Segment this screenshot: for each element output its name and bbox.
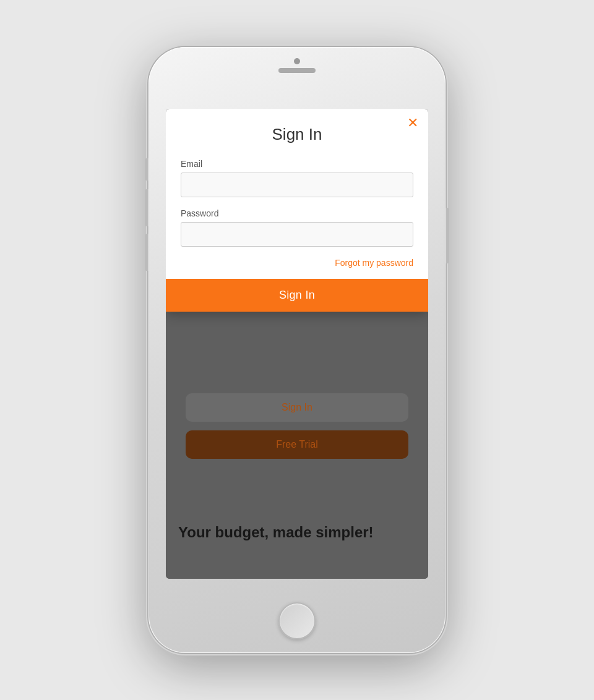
email-label: Email [181,159,413,169]
phone-top-area [278,58,316,73]
home-button[interactable] [278,602,316,639]
forgot-password-link[interactable]: Forgot my password [181,258,413,279]
modal-title: Sign In [181,125,413,144]
mute-button[interactable] [145,158,148,181]
password-input[interactable] [181,222,413,247]
email-input[interactable] [181,173,413,197]
speaker-icon [278,68,316,73]
signin-button[interactable]: Sign In [166,279,428,312]
volume-up-button[interactable] [145,189,148,226]
phone-device: Sign In Free Trial Your budget, made sim… [148,47,446,653]
camera-icon [294,58,300,64]
screen-content: Sign In Free Trial Your budget, made sim… [166,109,428,579]
close-button[interactable]: ✕ [407,116,418,130]
password-label: Password [181,208,413,218]
signin-modal: ✕ Sign In Email Password Forgot my passw… [166,109,428,312]
phone-screen: Sign In Free Trial Your budget, made sim… [166,109,428,579]
power-button[interactable] [446,208,449,263]
modal-overlay: ✕ Sign In Email Password Forgot my passw… [166,109,428,579]
volume-down-button[interactable] [145,234,148,271]
